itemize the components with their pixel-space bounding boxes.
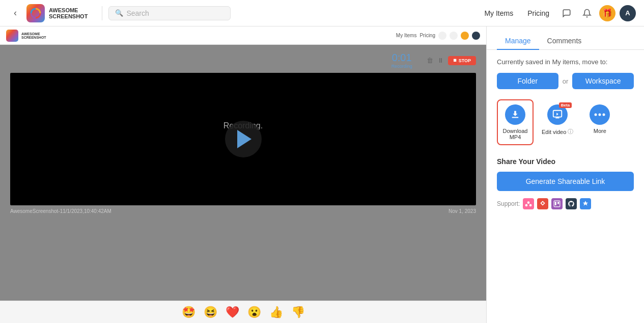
- tab-manage[interactable]: Manage: [497, 33, 539, 50]
- tab-comments[interactable]: Comments: [539, 33, 590, 50]
- svg-point-7: [603, 114, 605, 116]
- video-player[interactable]: Recording.: [10, 73, 476, 205]
- emoji-wow[interactable]: 😮: [247, 306, 261, 319]
- inner-avatar: [472, 32, 480, 40]
- notification-icon-btn[interactable]: [579, 5, 595, 21]
- inner-my-items: My Items: [396, 33, 417, 38]
- svg-point-5: [595, 114, 597, 116]
- timer-value: 0:01: [391, 52, 412, 64]
- filename: AwesomeScreenshot-11/1/2023,10:40:42AM: [10, 208, 111, 214]
- svg-point-8: [527, 201, 530, 204]
- play-icon: [237, 130, 251, 148]
- gift-icon: 🎁: [602, 8, 612, 18]
- workspace-button[interactable]: Workspace: [572, 73, 634, 89]
- video-filename-row: AwesomeScreenshot-11/1/2023,10:40:42AM N…: [10, 208, 476, 214]
- search-icon: 🔍: [115, 9, 123, 17]
- nav-logo: AWESOME SCREENSHOT: [26, 4, 88, 22]
- back-icon: ‹: [14, 8, 17, 18]
- inner-logo: AWESOME SCREENSHOT: [6, 30, 46, 42]
- svg-point-10: [529, 204, 532, 207]
- user-avatar[interactable]: A: [620, 5, 636, 21]
- inner-logo-text: AWESOME SCREENSHOT: [21, 32, 46, 39]
- inner-logo-icon: [6, 30, 18, 42]
- svg-point-6: [599, 114, 601, 116]
- inner-pricing: Pricing: [419, 33, 435, 38]
- search-placeholder: Search: [126, 9, 149, 17]
- support-row: Support:: [497, 198, 634, 209]
- gift-icon-btn[interactable]: 🎁: [599, 5, 615, 21]
- more-label: More: [594, 128, 606, 134]
- download-icon-circle: [505, 104, 525, 125]
- stop-btn[interactable]: ⏹ STOP: [448, 56, 476, 65]
- info-icon: ⓘ: [568, 128, 573, 136]
- inner-message-icon: [438, 32, 446, 40]
- search-bar[interactable]: 🔍 Search: [108, 6, 231, 20]
- svg-rect-11: [554, 201, 561, 207]
- svg-rect-12: [555, 202, 556, 205]
- right-content: Currently saved in My items, move to: Fo…: [487, 50, 644, 323]
- timer-display: 0:01 Recording: [391, 52, 412, 69]
- inner-screenshot: AWESOME SCREENSHOT My Items Pricing: [0, 26, 486, 323]
- download-mp4-btn[interactable]: DownloadMP4: [497, 99, 534, 145]
- video-date: Nov 1, 2023: [449, 208, 476, 214]
- inner-nav-right: My Items Pricing: [396, 32, 480, 40]
- support-label: Support:: [497, 200, 520, 207]
- pause-btn[interactable]: ⏸: [437, 57, 444, 64]
- svg-rect-13: [558, 202, 559, 204]
- trash-btn[interactable]: 🗑: [427, 57, 433, 64]
- emoji-bar: 🤩 😆 ❤️ 😮 👍 👎: [0, 301, 486, 323]
- svg-rect-1: [512, 117, 519, 118]
- download-label: DownloadMP4: [503, 128, 528, 140]
- right-panel: Manage Comments Currently saved in My it…: [486, 26, 644, 323]
- recording-controls: 0:01 Recording 🗑 ⏸ ⏹ STOP: [10, 52, 476, 69]
- message-icon-btn[interactable]: [558, 5, 575, 21]
- support-asana-icon[interactable]: [523, 198, 534, 209]
- generate-link-button[interactable]: Generate Shareable Link: [497, 172, 634, 191]
- edit-video-btn[interactable]: Beta Edit video ⓘ: [537, 99, 578, 141]
- support-jira-icon[interactable]: [537, 198, 548, 209]
- emoji-thumbsdown[interactable]: 👎: [291, 306, 305, 319]
- folder-button[interactable]: Folder: [497, 73, 558, 89]
- emoji-thumbsup[interactable]: 👍: [269, 306, 283, 319]
- support-trello-icon[interactable]: [551, 198, 563, 209]
- right-tabs: Manage Comments: [487, 33, 644, 50]
- emoji-party[interactable]: 🤩: [182, 306, 195, 319]
- svg-point-9: [525, 204, 528, 207]
- more-icon-circle: [590, 104, 610, 125]
- logo-icon: [26, 4, 45, 22]
- support-github-icon[interactable]: [566, 198, 577, 209]
- logo-text: AWESOME SCREENSHOT: [49, 7, 88, 19]
- my-items-link[interactable]: My Items: [479, 6, 518, 20]
- nav-divider: [102, 6, 102, 20]
- action-icons-row: DownloadMP4 Beta E: [497, 99, 634, 145]
- top-nav: ‹ AWESOME SCREENSHOT 🔍 Search My Items P…: [0, 0, 644, 26]
- content-area: AWESOME SCREENSHOT My Items Pricing: [0, 26, 486, 323]
- emoji-heart[interactable]: ❤️: [226, 306, 239, 319]
- back-button[interactable]: ‹: [8, 6, 22, 20]
- move-buttons: Folder or Workspace: [497, 73, 634, 89]
- edit-label: Edit video ⓘ: [542, 128, 573, 136]
- inner-topbar: AWESOME SCREENSHOT My Items Pricing: [0, 26, 486, 45]
- support-diamond-icon[interactable]: [580, 198, 591, 209]
- nav-right: My Items Pricing 🎁 A: [479, 5, 636, 21]
- main-layout: AWESOME SCREENSHOT My Items Pricing: [0, 26, 644, 323]
- saved-label: Currently saved in My items, move to:: [497, 58, 634, 66]
- inner-gift-icon: [461, 32, 469, 40]
- timer-label: Recording: [391, 64, 412, 69]
- more-btn[interactable]: More: [581, 99, 618, 139]
- edit-icon-circle: Beta: [547, 104, 568, 125]
- beta-badge: Beta: [559, 102, 572, 108]
- share-title: Share Your Video: [497, 157, 634, 166]
- emoji-laugh[interactable]: 😆: [204, 306, 217, 319]
- video-container: 0:01 Recording 🗑 ⏸ ⏹ STOP Recording.: [0, 45, 486, 214]
- or-label: or: [563, 77, 569, 85]
- pricing-link[interactable]: Pricing: [522, 6, 554, 20]
- play-button[interactable]: [225, 121, 262, 157]
- inner-bell-icon: [450, 32, 458, 40]
